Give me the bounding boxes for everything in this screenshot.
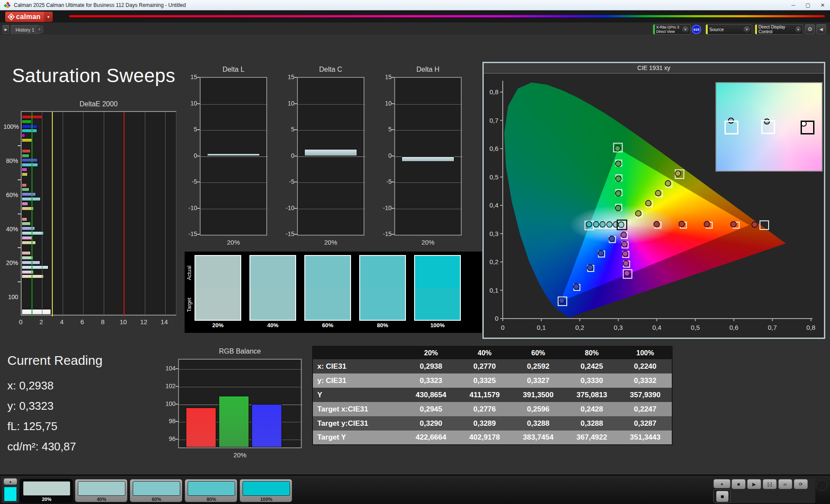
delta_l-y-tick: [197, 129, 200, 130]
rgb-y-tick-label: 100: [164, 400, 176, 407]
delta_l-y-tick: [197, 208, 200, 209]
measured-point-magenta: [622, 242, 627, 247]
collapse-toolbar-button[interactable]: ◀: [816, 24, 826, 34]
deltae-bar: [22, 124, 38, 128]
svg-text:0,4: 0,4: [489, 201, 498, 209]
measured-point-cyan: [586, 221, 592, 227]
measured-point-yellow: [665, 181, 671, 186]
delta_c-gridline: [298, 104, 365, 105]
settings-gear-button[interactable]: ⚙: [805, 24, 815, 34]
delta_c-y-tick: [294, 234, 297, 235]
target-swatch: [360, 288, 405, 320]
patch-button-40%[interactable]: 40%: [75, 479, 128, 502]
delta_h-gridline: [395, 182, 463, 183]
measurement-table: 20%40%60%80%100%x: CIE310,29380,27700,25…: [312, 346, 673, 445]
calman-logo-icon: [8, 13, 15, 20]
target-swatch: [305, 288, 350, 320]
table-header-cell: [313, 346, 404, 359]
table-cell: 0,2945: [404, 402, 458, 416]
toolbar: ▶ History 1 + X-Rite i1Pro 3 Direct View…: [0, 22, 830, 35]
current-reading-block: Current Reading x: 0,2938y: 0,3323fL: 12…: [7, 353, 102, 368]
chevron-down-icon: ▼: [795, 26, 801, 33]
tab-history-1[interactable]: History 1: [11, 25, 39, 34]
deltae-bar: [22, 217, 27, 221]
table-header-cell: 60%: [511, 346, 565, 359]
play-icon[interactable]: ▶: [747, 479, 761, 489]
patch-window-panel: ▲: [2, 477, 19, 503]
patch-button-20%[interactable]: 20%: [20, 479, 73, 502]
target-square-red: [760, 221, 769, 230]
swatch-label: 60%: [304, 322, 351, 329]
deltae-gridline: [63, 112, 63, 316]
table-cell: 0,2425: [565, 359, 619, 373]
measured-point-cyan: [607, 222, 612, 227]
swatch-column-40%: [249, 255, 296, 321]
refresh-icon[interactable]: ⟳: [794, 479, 808, 489]
calman-menu-button[interactable]: calman ▼: [5, 12, 53, 22]
patch-button-80%[interactable]: 80%: [185, 479, 237, 502]
delta_l-gridline: [201, 182, 268, 183]
measured-point-magenta: [624, 271, 630, 276]
meter-status-badge[interactable]: 615: [692, 25, 701, 34]
patch-button-100%[interactable]: 100%: [239, 479, 292, 502]
measured-point-yellow: [675, 171, 681, 176]
svg-text:0,7: 0,7: [768, 324, 777, 331]
maximize-button[interactable]: ▢: [801, 0, 815, 10]
deltae-bar: [22, 134, 25, 137]
table-header-cell: 80%: [565, 346, 619, 359]
actual-swatch: [415, 256, 460, 288]
table-cell: 391,3500: [511, 388, 565, 402]
table-cell: 351,3443: [619, 431, 672, 445]
add-history-tab-button[interactable]: +: [35, 26, 43, 33]
deltae-bar: [22, 158, 38, 162]
stop-patch-button[interactable]: ■: [713, 489, 731, 503]
svg-text:0,2: 0,2: [575, 324, 584, 331]
svg-text:0,1: 0,1: [489, 287, 498, 294]
patch-button-60%[interactable]: 60%: [130, 479, 182, 502]
status-dot: [816, 480, 827, 491]
rgb-balance-chart: RGB Balance104102100989620%: [164, 347, 307, 460]
table-cell: 422,6664: [404, 431, 458, 445]
table-header-row: 20%40%60%80%100%: [313, 346, 672, 359]
stop-icon[interactable]: ■: [731, 479, 746, 489]
footer-bar: ▲ 20%40%60%80%100% ▲ ■ ■▶[-]∞⟳ « Back Ne…: [0, 475, 830, 504]
rgb-y-tick: [176, 404, 178, 405]
rgb-gridline: [179, 387, 303, 387]
continuous-icon[interactable]: ∞: [778, 479, 792, 489]
delta_l-y-tick-label: -5: [182, 178, 197, 185]
display-control-dropdown[interactable]: Direct Display Control ▼: [755, 24, 803, 35]
patch-button-label: 80%: [185, 497, 238, 502]
logo-text: calman: [16, 13, 41, 21]
delta_h-gridline: [395, 130, 463, 131]
meter-line2: Direct View: [656, 29, 675, 34]
delta_c-y-tick-label: 0: [280, 152, 294, 159]
patch-button-swatch: [133, 481, 180, 496]
close-button[interactable]: ✕: [815, 0, 830, 10]
single-icon[interactable]: [-]: [763, 479, 777, 489]
patch-button-swatch: [188, 481, 235, 496]
patch-panel-up-button[interactable]: ▲: [3, 478, 17, 485]
actual-swatch: [360, 256, 405, 288]
delta_l-y-tick: [197, 77, 200, 78]
table-row-label: Target y:CIE31: [313, 416, 404, 431]
deltae-bar: [22, 226, 35, 230]
minimize-button[interactable]: ─: [786, 0, 801, 10]
svg-text:0,3: 0,3: [614, 324, 623, 331]
swatch-label: 20%: [195, 322, 241, 329]
meter-dropdown[interactable]: X-Rite i1Pro 3 Direct View ▼: [653, 24, 691, 35]
deltae-plot-area: [21, 111, 176, 316]
measured-point-blue: [587, 265, 593, 271]
source-dropdown[interactable]: Source ▼: [706, 24, 752, 35]
delta_h-y-tick-label: -5: [377, 178, 392, 185]
delta_c-y-tick-label: 5: [280, 126, 294, 133]
transport-up-button[interactable]: ▲: [713, 479, 731, 488]
inset-target-square: [801, 121, 814, 134]
rgb-gridline: [179, 369, 303, 370]
history-panel-toggle[interactable]: ▶: [3, 25, 9, 34]
deltae-gridline: [165, 112, 166, 316]
delta_h-y-tick-label: 0: [377, 152, 392, 159]
delta_h-y-tick: [392, 234, 394, 235]
delta_h-title: Delta H: [394, 66, 462, 73]
swatch-column-80%: [359, 255, 406, 321]
deltae-group-label: 40%: [3, 226, 18, 233]
